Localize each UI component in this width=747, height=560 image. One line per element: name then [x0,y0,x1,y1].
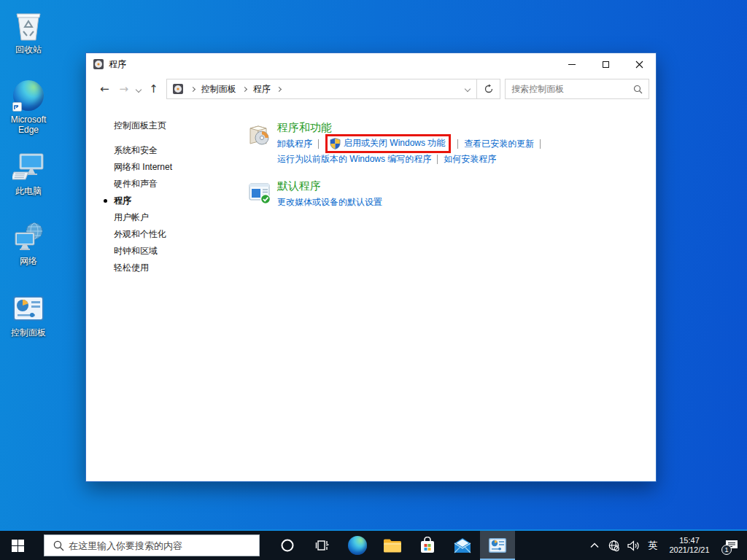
sidebar-item-network-internet[interactable]: 网络和 Internet [114,159,242,176]
forward-button[interactable]: → [115,84,134,95]
network-icon [12,220,45,254]
network-no-internet-icon [608,540,620,552]
section-programs-features: 程序和功能 卸载程序 [248,120,656,167]
action-center-button[interactable]: 1 [716,531,747,560]
sidebar-item-clock-region[interactable]: 时钟和区域 [114,243,242,260]
notification-badge: 1 [721,545,732,555]
back-button[interactable]: ← [95,84,115,95]
main-content: 程序和功能 卸载程序 [242,103,656,210]
mail-button[interactable] [445,531,480,560]
sidebar-item-hardware-sound[interactable]: 硬件和声音 [114,176,242,192]
control-panel-icon [488,537,507,553]
control-panel-search[interactable] [505,79,649,99]
minimize-button[interactable] [555,53,589,75]
breadcrumb-control-panel[interactable]: 控制面板 [201,83,237,96]
window-body: 控制面板主页 系统和安全 网络和 Internet 硬件和声音 程序 用户帐户 … [86,103,656,481]
section-default-programs: 默认程序 更改媒体或设备的默认设置 [248,179,656,210]
desktop-icon-label: 控制面板 [0,327,57,338]
up-button[interactable]: ↑ [144,84,163,95]
edge-icon [348,536,367,555]
close-button[interactable] [622,53,656,75]
desktop-icon-recycle-bin[interactable]: 回收站 [0,9,57,55]
breadcrumb-programs[interactable]: 程序 [252,83,271,96]
store-button[interactable] [410,531,445,560]
link-change-default-media[interactable]: 更改媒体或设备的默认设置 [277,196,382,209]
tray-network-button[interactable] [604,531,624,560]
store-icon [419,537,436,554]
link-how-to-install[interactable]: 如何安装程序 [444,153,496,166]
link-separator [457,139,458,149]
recent-pages-button[interactable] [133,84,144,94]
control-panel-icon [12,292,45,325]
sidebar: 控制面板主页 系统和安全 网络和 Internet 硬件和声音 程序 用户帐户 … [86,103,242,276]
recycle-bin-icon [12,9,45,42]
chevron-down-icon [136,87,142,93]
link-separator [437,155,438,164]
programs-features-title[interactable]: 程序和功能 [277,120,546,134]
address-dropdown-button[interactable] [459,79,476,98]
taskbar-search-input[interactable] [64,540,259,551]
tray-clock[interactable]: 15:47 2021/12/21 [662,531,716,560]
search-icon [53,540,64,551]
window-icon [93,58,104,70]
programs-features-links-row2: 运行为以前版本的 Windows 编写的程序 如何安装程序 [277,152,546,167]
tray-ime-indicator[interactable]: 英 [643,531,662,560]
desktop-icon-label: 网络 [0,256,57,266]
desktop-icon-edge[interactable]: Microsoft Edge [0,79,57,135]
tray-time: 15:47 [679,536,700,545]
desktop-icon-control-panel[interactable]: 控制面板 [0,292,57,338]
system-tray: 英 15:47 2021/12/21 1 [585,531,747,560]
tray-date: 2021/12/21 [669,545,709,555]
task-view-button[interactable] [305,531,340,560]
window-title: 程序 [109,58,555,71]
desktop-icon-network[interactable]: 网络 [0,220,57,266]
refresh-button[interactable] [476,79,500,98]
tray-expand-button[interactable] [585,531,604,560]
taskbar: 英 15:47 2021/12/21 1 [0,529,747,560]
cortana-button[interactable] [270,531,305,560]
link-uninstall-program[interactable]: 卸载程序 [277,138,312,150]
default-programs-links-row: 更改媒体或设备的默认设置 [277,195,382,210]
maximize-icon [603,61,609,68]
default-programs-icon [248,181,271,210]
sidebar-item-system-security[interactable]: 系统和安全 [114,142,242,159]
desktop-icon-label: 回收站 [0,44,57,55]
sidebar-item-home[interactable]: 控制面板主页 [114,117,242,133]
breadcrumb-separator-icon [190,86,196,91]
title-bar: 程序 [86,53,656,75]
sidebar-item-programs[interactable]: 程序 [114,192,242,209]
refresh-icon [484,84,494,94]
search-input[interactable] [506,84,633,94]
close-icon [635,61,643,69]
start-button[interactable] [0,531,35,560]
cortana-icon [280,538,295,553]
sidebar-item-user-accounts[interactable]: 用户帐户 [114,209,242,226]
desktop-icon-label: 此电脑 [0,186,57,196]
desktop-icon-label: Microsoft Edge [0,114,57,135]
file-explorer-button[interactable] [375,531,410,560]
edge-icon [12,79,45,112]
windows-logo-icon [12,540,24,552]
tray-volume-button[interactable] [624,531,643,560]
edge-taskbar-button[interactable] [340,531,375,560]
link-run-older-programs[interactable]: 运行为以前版本的 Windows 编写的程序 [277,153,431,166]
desktop-icon-this-pc[interactable]: 此电脑 [0,150,57,196]
current-item-bullet [104,199,107,203]
link-turn-windows-features[interactable]: 启用或关闭 Windows 功能 [344,137,445,149]
control-panel-taskbar-button[interactable] [480,531,515,560]
programs-features-links-row1: 卸载程序 [277,136,546,152]
breadcrumb-separator-icon [276,86,282,91]
sidebar-item-appearance[interactable]: 外观和个性化 [114,226,242,243]
control-panel-window: 程序 ← → ↑ 控制面板 程序 [85,52,657,482]
maximize-button[interactable] [589,53,622,75]
mail-icon [453,537,472,553]
default-programs-title[interactable]: 默认程序 [277,179,382,192]
link-separator [318,139,319,149]
sidebar-item-ease-of-access[interactable]: 轻松使用 [114,260,242,276]
chevron-up-icon [590,542,599,548]
link-view-installed-updates[interactable]: 查看已安装的更新 [464,138,534,150]
file-explorer-icon [383,537,402,553]
address-bar[interactable]: 控制面板 程序 [166,79,500,99]
chevron-down-icon [465,86,471,92]
taskbar-search[interactable] [44,534,260,556]
